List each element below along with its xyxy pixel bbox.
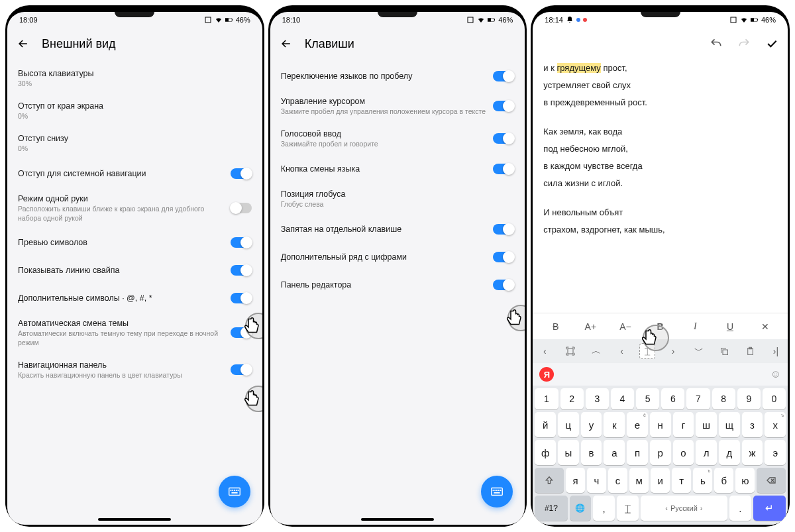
editor-line[interactable]: сила жизни с иглой. (543, 175, 777, 192)
key-0[interactable]: 0 (763, 388, 786, 409)
cursor-tool-icon[interactable]: ⌶ (639, 343, 655, 359)
strikethrough-button[interactable]: B (547, 321, 564, 332)
key-4[interactable]: 4 (611, 388, 634, 409)
key-й[interactable]: й (535, 412, 556, 437)
setting-row[interactable]: Отступ для системной навигации (7, 160, 262, 187)
editor-line[interactable]: Как земля, как вода (543, 123, 777, 140)
down-icon[interactable]: ﹀ (691, 343, 707, 359)
key-з[interactable]: з (742, 412, 763, 437)
setting-row[interactable]: Режим одной рукиРасположить клавиши ближ… (7, 187, 262, 229)
paste-icon[interactable] (742, 343, 758, 359)
key-1[interactable]: 1 (535, 388, 558, 409)
nav-bar[interactable] (98, 518, 171, 521)
close-format-button[interactable]: ✕ (757, 321, 774, 332)
key-ш[interactable]: ш (696, 412, 717, 437)
settings-list[interactable]: Высота клавиатуры30%Отступ от края экран… (7, 60, 262, 525)
toggle-switch[interactable] (493, 133, 514, 144)
key-ч[interactable]: ч (587, 468, 606, 493)
shift-key[interactable] (535, 468, 564, 493)
italic-button[interactable]: I (686, 321, 704, 332)
toggle-switch[interactable] (493, 101, 514, 111)
spacebar-key[interactable]: ‹ Русский › (641, 496, 727, 521)
editor-line[interactable]: под небесною мглой, (543, 140, 777, 158)
key-ы[interactable]: ы (558, 440, 579, 465)
editor-line[interactable]: страхом, вздрогнет, как мышь, (543, 221, 777, 239)
setting-row[interactable]: Показывать линию свайпа (7, 256, 262, 284)
setting-row[interactable]: Панель редактора (270, 271, 525, 299)
key-5[interactable]: 5 (636, 388, 659, 409)
key-2[interactable]: 2 (560, 388, 584, 409)
back-icon[interactable] (280, 37, 293, 50)
setting-row[interactable]: Высота клавиатуры30% (7, 62, 262, 95)
key-7[interactable]: 7 (686, 388, 710, 409)
key-в[interactable]: в (581, 440, 602, 465)
copy-icon[interactable] (716, 343, 732, 359)
setting-row[interactable]: Навигационная панельКрасить навигационну… (7, 354, 262, 386)
key-6[interactable]: 6 (661, 388, 684, 409)
font-decrease-button[interactable]: A− (617, 321, 634, 332)
editor-line[interactable]: И невольным объят (543, 204, 777, 221)
toggle-switch[interactable] (231, 237, 252, 248)
setting-row[interactable]: Дополнительные символы · @, #, * (7, 284, 262, 312)
key-е[interactable]: её (627, 412, 648, 437)
key-9[interactable]: 9 (737, 388, 761, 409)
confirm-icon[interactable] (765, 37, 778, 50)
underline-button[interactable]: U (721, 321, 739, 332)
setting-row[interactable]: Переключение языков по пробелу (270, 62, 525, 90)
key-ж[interactable]: ж (742, 440, 763, 465)
editor-line[interactable]: и к грядущему прост, (543, 60, 777, 77)
nav-bar[interactable] (361, 518, 434, 521)
toggle-switch[interactable] (231, 293, 252, 303)
editor-line[interactable]: устремляет свой слух (543, 77, 777, 94)
toggle-switch[interactable] (231, 265, 252, 276)
toggle-switch[interactable] (231, 203, 252, 213)
setting-row[interactable]: Автоматическая смена темыАвтоматически в… (7, 312, 262, 354)
toggle-switch[interactable] (231, 364, 252, 375)
key-ь[interactable]: ьъ (693, 468, 712, 493)
backspace-key[interactable] (757, 468, 786, 493)
key-н[interactable]: н (650, 412, 671, 437)
right-icon[interactable]: › (665, 343, 681, 359)
key-п[interactable]: п (627, 440, 648, 465)
key-и[interactable]: и (651, 468, 670, 493)
cursor-mode-key[interactable]: ⌶ (617, 496, 639, 521)
setting-row[interactable]: Дополнительный ряд с цифрами (270, 243, 525, 271)
key-к[interactable]: к (604, 412, 625, 437)
setting-row[interactable]: Позиция глобусаГлобус слева (270, 183, 525, 215)
key-б[interactable]: б (714, 468, 733, 493)
emoji-icon[interactable]: ☺ (770, 368, 781, 380)
key-г[interactable]: г (673, 412, 694, 437)
toggle-switch[interactable] (493, 224, 514, 235)
key-3[interactable]: 3 (586, 388, 609, 409)
key-я[interactable]: я (566, 468, 585, 493)
period-key[interactable]: . (729, 496, 751, 521)
editor-line[interactable]: в преждевременный рост. (543, 94, 777, 111)
globe-key[interactable]: 🌐 (570, 496, 592, 521)
up-icon[interactable]: ︿ (588, 343, 604, 359)
toggle-switch[interactable] (493, 252, 514, 262)
undo-icon[interactable] (710, 37, 723, 50)
enter-key[interactable]: ↵ (753, 496, 786, 521)
select-all-icon[interactable] (562, 343, 578, 359)
key-т[interactable]: т (672, 468, 691, 493)
key-с[interactable]: с (608, 468, 627, 493)
key-л[interactable]: л (696, 440, 717, 465)
left-icon[interactable]: ‹ (614, 343, 630, 359)
key-э[interactable]: э (765, 440, 786, 465)
key-д[interactable]: д (719, 440, 740, 465)
toggle-switch[interactable] (493, 164, 514, 174)
toggle-switch[interactable] (231, 327, 252, 338)
toggle-switch[interactable] (493, 280, 514, 290)
editor-line[interactable]: в каждом чувстве всегда (543, 158, 777, 175)
settings-list[interactable]: Переключение языков по пробелуУправление… (270, 60, 525, 525)
redo-icon[interactable] (737, 37, 751, 50)
bold-button[interactable]: B (652, 321, 669, 332)
setting-row[interactable]: Кнопка смены языка (270, 155, 525, 183)
back-icon[interactable] (17, 37, 30, 50)
keyboard-fab[interactable] (219, 476, 250, 507)
toggle-switch[interactable] (231, 168, 252, 179)
key-х[interactable]: хъ (765, 412, 786, 437)
key-8[interactable]: 8 (712, 388, 735, 409)
comma-key[interactable]: , (593, 496, 615, 521)
key-р[interactable]: р (650, 440, 671, 465)
